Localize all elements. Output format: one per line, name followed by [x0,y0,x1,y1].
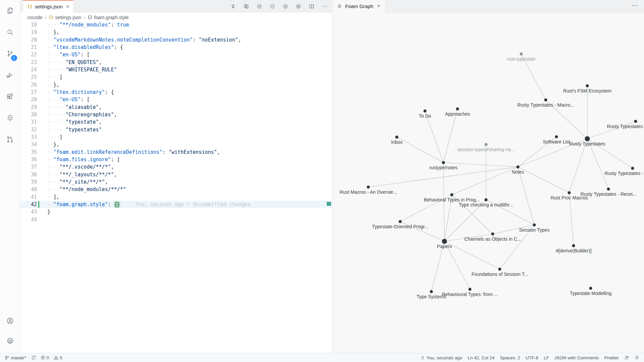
status-sync[interactable] [31,355,36,360]
tab-foam-graph[interactable]: Foam Graph × [332,0,385,12]
status-warnings[interactable]: 0 [54,355,62,360]
code-line-22[interactable]: 22····"en-US": [ [20,51,332,58]
source-control-icon[interactable]: 2 [0,43,20,64]
code-line-30[interactable]: 30······"Choreographies", [20,111,332,118]
graph-node-label: Software List [543,139,570,144]
graph-node-inbox[interactable] [395,136,398,139]
code-line-29[interactable]: 29······"aliasable", [20,104,332,111]
graph-node-foundations[interactable] [498,268,501,271]
code-line-21[interactable]: 21··"ltex.disabledRules": { [20,44,332,51]
graph-node-sess_sharing[interactable] [485,143,488,146]
code-line-23[interactable]: 23······"EN_QUOTES", [20,59,332,66]
code-line-44[interactable]: 44 [20,216,332,223]
graph-node-behavioural_from[interactable] [469,288,472,291]
next-change-icon[interactable] [283,4,288,9]
code-line-18[interactable]: 18····"**/node_modules": true [20,22,332,28]
run-debug-icon[interactable] [0,64,20,86]
graph-node-derive[interactable] [572,244,575,247]
extensions-icon[interactable] [0,86,20,107]
code-line-28[interactable]: 28····"en-US": [ [20,96,332,103]
code-line-26[interactable]: 26··}, [20,81,332,88]
account-icon[interactable] [0,310,20,331]
graph-node-behavioral[interactable] [450,193,453,196]
code-line-33[interactable]: 33····] [20,133,332,141]
graph-node-fsm[interactable] [586,84,589,87]
gutter [37,126,47,133]
run-icon[interactable] [296,4,301,9]
code-line-27[interactable]: 27··"ltex.dictionary": { [20,88,332,96]
code-line-19[interactable]: 19··}, [20,28,332,36]
split-editor-icon[interactable] [309,4,314,9]
graph-node-rt_recei[interactable] [607,188,610,191]
code-line-31[interactable]: 31······"typestate", [20,118,332,126]
code-line-42[interactable]: 42··"foam.graph.style": {}You, seconds a… [20,201,332,208]
status-feedback[interactable] [624,355,629,360]
line-number: 34 [20,141,37,148]
code-line-24[interactable]: 24······"WHITESPACE_RULE" [20,66,332,73]
graph-node-rustype[interactable] [442,161,445,164]
graph-node-todo[interactable] [424,110,427,113]
testing-tree-icon[interactable] [0,107,20,129]
open-changes-icon[interactable] [230,4,236,9]
code-line-32[interactable]: 32······"typestates" [20,126,332,133]
settings-gear-icon[interactable] [0,331,20,353]
gutter [37,59,47,66]
code-line-20[interactable]: 20··"vscodeMarkdownNotes.noteCompletionC… [20,36,332,44]
graph-node-software[interactable] [555,135,558,138]
graph-node-macro[interactable] [544,99,547,102]
gutter [37,141,47,148]
graph-node-proc_macros[interactable] [568,191,571,194]
graph-node-approaches[interactable] [456,108,459,111]
tab-label: settings.json [35,4,63,9]
status-commit-author[interactable]: You, seconds ago [421,355,462,360]
graph-node-notes[interactable] [517,166,520,169]
status-git-branch[interactable]: master* [5,355,26,360]
explorer-icon[interactable] [0,0,20,21]
graph-node-type_checking[interactable] [485,198,488,201]
current-change-icon[interactable] [270,4,275,9]
graph-node-rust_macros[interactable] [367,186,370,189]
code-line-37[interactable]: 37····"**/.vscode/**/*", [20,163,332,171]
breadcrumb-file[interactable]: {} settings.json [49,15,81,20]
graph-node-session_types[interactable] [533,224,536,227]
search-icon[interactable] [0,21,20,43]
more-actions-icon[interactable]: ⋯ [631,1,639,9]
status-cursor-position[interactable]: Ln 42, Col 24 [468,355,494,360]
code-editor[interactable]: 18····"**/node_modules": true19··},20··"… [20,22,332,353]
code-line-43[interactable]: 43} [20,208,332,216]
tab-settings-json[interactable]: {} settings.json × [23,0,73,12]
status-notifications[interactable] [635,355,639,360]
code-line-36[interactable]: 36··"foam.files.ignore": [ [20,156,332,163]
graph-node-modelling[interactable] [589,287,592,290]
status-errors[interactable]: 0 [41,355,49,360]
code-line-34[interactable]: 34··}, [20,141,332,148]
code-line-39[interactable]: 39····"**/_site/**/*", [20,178,332,186]
status-formatter[interactable]: Prettier [604,355,619,360]
status-eol[interactable]: LF [544,355,549,360]
graph-node-type_systems[interactable] [430,290,433,293]
git-graph-icon[interactable] [0,129,20,150]
tab-close-icon[interactable]: × [66,4,69,10]
graph-node-typestate_oriented[interactable] [399,220,402,223]
status-indentation[interactable]: Spaces: 2 [500,355,520,360]
code-line-40[interactable]: 40····"**/node_modules/**/*" [20,186,332,193]
breadcrumb-symbol[interactable]: {} foam.graph.style [88,15,129,20]
compare-file-icon[interactable] [244,4,249,9]
knowledge-graph[interactable]: rust-typestateRust's FSM EcosystemRusty … [332,12,644,353]
previous-change-icon[interactable] [257,4,262,9]
code-line-35[interactable]: 35··"foam.edit.linkReferenceDefinitions"… [20,148,332,156]
panel-tab-close-icon[interactable]: × [377,3,380,9]
graph-node-rust_typestate[interactable] [520,53,523,56]
code-line-38[interactable]: 38····"**/_layouts/**/*", [20,171,332,178]
status-encoding[interactable]: UTF-8 [526,355,538,360]
graph-node-rt_tr[interactable] [634,120,637,123]
graph-node-channels[interactable] [491,233,494,236]
graph-node-papers[interactable] [442,239,447,244]
code-line-25[interactable]: 25····] [20,73,332,81]
graph-node-rt_right[interactable] [631,167,634,170]
status-language-mode[interactable]: JSON with Comments [554,355,599,360]
more-actions-icon[interactable] [322,4,327,9]
graph-node-rt_big[interactable] [585,136,590,141]
breadcrumb-folder[interactable]: .vscode [26,15,42,20]
code-line-41[interactable]: 41··], [20,193,332,201]
